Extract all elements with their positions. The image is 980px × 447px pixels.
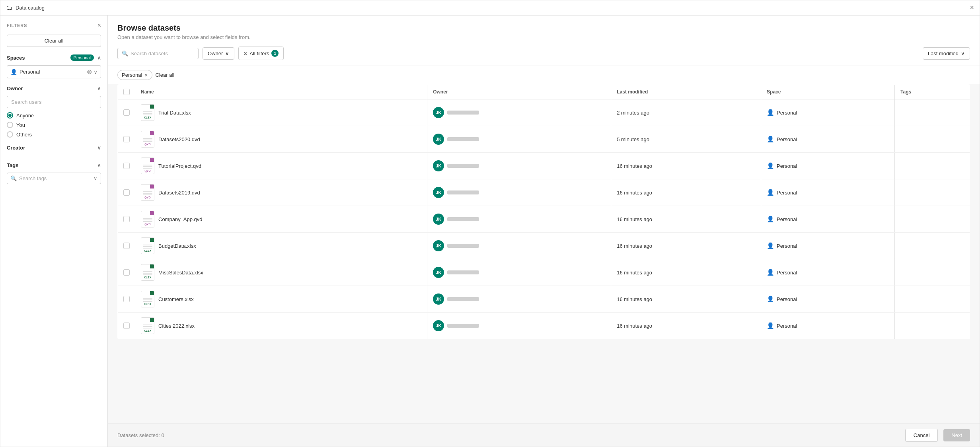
spaces-title: Spaces [7, 55, 25, 61]
chevron-down-icon [97, 144, 101, 151]
chevron-up-icon [97, 54, 101, 61]
last-modified-label: Last modified [928, 51, 959, 56]
anyone-label: Anyone [16, 113, 34, 119]
footer: Datasets selected: 0 Cancel Next [108, 424, 980, 447]
modified-cell: 16 minutes ago [611, 179, 761, 206]
file-icon: XLSX [141, 264, 154, 281]
all-filters-label: All filters [249, 51, 269, 56]
space-clear-button[interactable]: ⊗ [87, 68, 92, 76]
tags-search-input[interactable] [19, 175, 91, 181]
spaces-toggle[interactable] [97, 54, 101, 61]
row-checkbox[interactable] [123, 109, 130, 116]
owner-toggle[interactable] [97, 85, 101, 92]
others-radio[interactable] [7, 131, 13, 138]
space-select-value: Personal [19, 69, 84, 75]
owner-cell: JK [433, 267, 605, 278]
owner-name-blur [447, 297, 479, 301]
owner-search-input[interactable] [7, 96, 101, 108]
file-name: Trial Data.xlsx [158, 110, 191, 116]
row-checkbox[interactable] [123, 243, 130, 249]
space-dropdown-button[interactable]: ∨ [94, 69, 97, 75]
modified-cell: 16 minutes ago [611, 313, 761, 339]
space-cell: 👤 Personal [767, 242, 889, 249]
active-filters-bar: Personal × Clear all [108, 66, 980, 84]
col-header-check [118, 85, 136, 99]
next-button[interactable]: Next [943, 429, 970, 441]
space-person-icon: 👤 [767, 295, 774, 303]
tags-cell [895, 313, 970, 339]
owner-section: Owner Anyone You [7, 85, 101, 138]
row-checkbox[interactable] [123, 189, 130, 196]
select-all-checkbox[interactable] [123, 89, 130, 95]
close-button[interactable]: × [970, 4, 974, 12]
col-header-name: Name [135, 85, 427, 99]
owner-name-blur [447, 164, 479, 168]
owner-avatar: JK [433, 187, 444, 198]
creator-title: Creator [7, 145, 25, 151]
filters-close-button[interactable]: × [97, 22, 101, 29]
owner-name-blur [447, 324, 479, 328]
table-row: QVD Datasets2020.qvd JK 5 minutes ago 👤 … [118, 126, 970, 153]
owner-avatar: JK [433, 214, 444, 225]
space-name: Personal [777, 270, 797, 276]
row-checkbox[interactable] [123, 216, 130, 222]
tags-title: Tags [7, 162, 18, 168]
creator-toggle[interactable] [97, 144, 101, 151]
space-name: Personal [777, 136, 797, 142]
owner-name-blur [447, 270, 479, 274]
clear-all-button[interactable]: Clear all [7, 35, 101, 47]
tags-dropdown-button[interactable]: ∨ [94, 175, 97, 181]
owner-name-blur [447, 244, 479, 248]
tags-cell [895, 233, 970, 259]
space-person-icon: 👤 [767, 269, 774, 276]
you-label: You [16, 122, 25, 128]
row-checkbox[interactable] [123, 296, 130, 302]
file-row: XLSX Trial Data.xlsx [141, 104, 421, 121]
table-row: XLSX Cities 2022.xlsx JK 16 minutes ago … [118, 313, 970, 339]
others-label: Others [16, 132, 32, 138]
owner-you-option[interactable]: You [7, 122, 101, 128]
toolbar: 🔍 Owner ∨ ⧖ All filters 1 Last modifi [117, 47, 970, 60]
chevron-down-icon: ∨ [961, 51, 965, 56]
row-checkbox[interactable] [123, 136, 130, 142]
filter-icon: ⧖ [244, 50, 247, 56]
file-icon: XLSX [141, 104, 154, 121]
file-name: Datasets2019.qvd [158, 190, 200, 196]
row-checkbox[interactable] [123, 163, 130, 169]
you-radio[interactable] [7, 122, 13, 128]
filter-chip-personal: Personal × [117, 70, 152, 80]
owner-others-option[interactable]: Others [7, 131, 101, 138]
space-select[interactable]: 👤 Personal ⊗ ∨ [7, 65, 101, 78]
tags-toggle[interactable] [97, 161, 101, 169]
owner-filter-button[interactable]: Owner ∨ [203, 47, 234, 60]
owner-name-blur [447, 217, 479, 221]
table-row: XLSX MiscSalesData.xlsx JK 16 minutes ag… [118, 259, 970, 286]
file-name: BudgetData.xlsx [158, 243, 196, 249]
owner-cell: JK [433, 134, 605, 145]
file-row: XLSX Cities 2022.xlsx [141, 317, 421, 334]
active-filters-clear-all-button[interactable]: Clear all [156, 72, 175, 78]
all-filters-button[interactable]: ⧖ All filters 1 [238, 47, 284, 60]
creator-section: Creator [7, 144, 101, 155]
row-checkbox[interactable] [123, 323, 130, 329]
space-name: Personal [777, 296, 797, 302]
table-row: XLSX Customers.xlsx JK 16 minutes ago 👤 … [118, 286, 970, 313]
row-checkbox[interactable] [123, 269, 130, 276]
anyone-radio[interactable] [7, 112, 13, 119]
owner-avatar: JK [433, 267, 444, 278]
search-datasets-input[interactable] [131, 51, 194, 56]
file-name: TutorialProject.qvd [158, 163, 201, 169]
datasets-selected-text: Datasets selected: 0 [117, 432, 164, 438]
table-row: XLSX Trial Data.xlsx JK 2 minutes ago 👤 … [118, 99, 970, 126]
table-row: QVD Datasets2019.qvd JK 16 minutes ago 👤… [118, 179, 970, 206]
file-name: MiscSalesData.xlsx [158, 270, 203, 276]
app-icon: 🗂 [6, 4, 12, 12]
last-modified-button[interactable]: Last modified ∨ [923, 47, 970, 60]
owner-anyone-option[interactable]: Anyone [7, 112, 101, 119]
owner-cell: JK [433, 240, 605, 251]
owner-name-blur [447, 111, 479, 115]
modified-cell: 16 minutes ago [611, 153, 761, 179]
cancel-button[interactable]: Cancel [905, 429, 938, 442]
filter-chip-remove-button[interactable]: × [144, 72, 148, 78]
sidebar: FILTERS × Clear all Spaces Personal 👤 Pe… [0, 16, 108, 447]
